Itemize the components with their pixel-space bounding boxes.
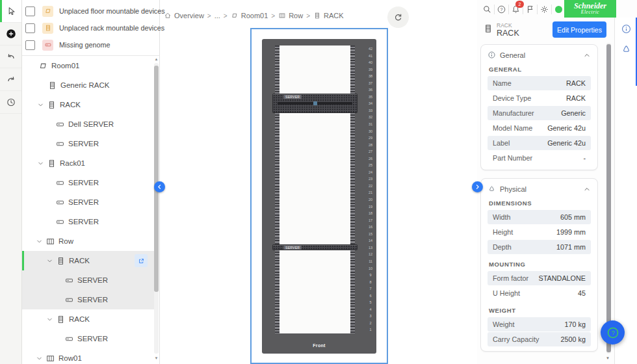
- breadcrumb-item-rack[interactable]: RACK: [313, 12, 344, 20]
- tree-item-room01[interactable]: Room01: [21, 56, 154, 75]
- tree-item-row01[interactable]: Row01: [21, 348, 154, 364]
- account-status-button[interactable]: [552, 5, 566, 14]
- tree-item-label: SERVER: [68, 218, 99, 226]
- chevron-down-icon[interactable]: [37, 101, 47, 109]
- scroll-down-icon[interactable]: ▼: [606, 356, 610, 360]
- u-number: 34: [367, 100, 374, 107]
- scrollbar-thumb[interactable]: [606, 44, 611, 352]
- tree-item-server[interactable]: SERVER: [21, 329, 154, 348]
- property-row-name: NameRACK: [488, 76, 591, 90]
- scroll-down-icon[interactable]: ▼: [154, 356, 159, 361]
- info-panel-tab-button[interactable]: [621, 23, 632, 35]
- u-number: 19: [367, 203, 374, 211]
- add-tool-button[interactable]: [0, 23, 21, 46]
- property-value: -: [583, 154, 586, 162]
- tree-item-server[interactable]: SERVER: [21, 212, 154, 231]
- scroll-up-icon[interactable]: ▲: [154, 57, 159, 62]
- search-button[interactable]: [480, 5, 495, 14]
- alarms-tab-button[interactable]: [621, 44, 632, 55]
- tree-item-rack[interactable]: RACK: [21, 251, 154, 270]
- chevron-down-icon[interactable]: [46, 316, 56, 323]
- property-label: U Height: [493, 289, 520, 297]
- tree-item-server[interactable]: SERVER: [21, 270, 154, 290]
- tree-scrollbar[interactable]: ▲ ▼: [154, 57, 159, 363]
- section-header[interactable]: General: [488, 51, 591, 59]
- breadcrumb-item-room01[interactable]: Room01: [231, 12, 268, 20]
- chevron-up-icon[interactable]: [583, 51, 591, 59]
- tree-item-rack01[interactable]: Rack01: [21, 153, 154, 173]
- property-label: Weight: [493, 320, 514, 328]
- breadcrumb-item-[interactable]: ...: [214, 12, 220, 20]
- tree-item-row[interactable]: Row: [21, 231, 154, 251]
- help-button[interactable]: ?: [495, 5, 509, 14]
- tree-item-label: SERVER: [68, 140, 99, 148]
- tree-item-label: SERVER: [77, 276, 108, 284]
- section-header[interactable]: Physical: [488, 185, 591, 193]
- schneider-logo: Schneider Electric: [564, 0, 616, 18]
- tree-item-server[interactable]: SERVER: [21, 134, 154, 153]
- rotate-view-button[interactable]: [387, 6, 409, 28]
- property-row-carry-capacity: Carry Capacity2500 kg: [488, 332, 591, 346]
- chevron-down-icon[interactable]: [46, 257, 56, 265]
- tree-item-server[interactable]: SERVER: [21, 173, 154, 192]
- room-icon: [42, 6, 53, 17]
- scrollbar-thumb[interactable]: [154, 66, 159, 292]
- breadcrumb-item-row[interactable]: Row: [278, 12, 303, 20]
- checkbox[interactable]: [25, 23, 35, 33]
- select-tool-button[interactable]: [0, 0, 21, 23]
- undo-tool-button[interactable]: [0, 46, 21, 68]
- rack-front-label: Front: [262, 343, 376, 348]
- open-in-new-button[interactable]: [135, 254, 148, 267]
- flag-icon: [525, 5, 535, 14]
- checkbox[interactable]: [25, 6, 35, 16]
- history-tool-button[interactable]: [0, 91, 21, 114]
- tree-item-dell-server[interactable]: Dell SERVER: [21, 114, 154, 134]
- rack-selection-outline[interactable]: SERVERSERVER 424140393837363534333231302…: [250, 28, 388, 364]
- room-icon: [38, 61, 51, 71]
- notifications-button[interactable]: 2: [509, 5, 523, 14]
- chevron-up-icon[interactable]: [583, 185, 591, 193]
- property-row-depth: Depth1071 mm: [488, 240, 591, 254]
- rack-device-server[interactable]: SERVER: [272, 244, 358, 251]
- rack-icon: [483, 23, 493, 34]
- row-icon: [278, 12, 286, 20]
- expand-right-panel-button[interactable]: [472, 181, 483, 192]
- property-value: 1999 mm: [556, 228, 586, 236]
- tree-item-rack[interactable]: RACK: [21, 309, 154, 329]
- tree-item-server[interactable]: SERVER: [21, 192, 154, 212]
- chevron-down-icon[interactable]: [36, 238, 46, 245]
- properties-scrollbar[interactable]: [606, 43, 611, 354]
- breadcrumb-label: Room01: [241, 12, 268, 20]
- breadcrumb-item-overview[interactable]: Overview: [164, 12, 204, 20]
- property-label: Height: [493, 228, 513, 236]
- rack-device-server[interactable]: SERVER: [272, 94, 358, 114]
- property-row-weight: Weight170 kg: [488, 317, 591, 332]
- tree-item-label: RACK: [69, 315, 90, 323]
- tree-item-label: Rack01: [60, 159, 85, 167]
- settings-button[interactable]: [538, 5, 552, 14]
- edit-properties-button[interactable]: Edit Properties: [552, 21, 606, 38]
- feedback-button[interactable]: [523, 5, 538, 14]
- collapse-left-panel-button[interactable]: [154, 181, 165, 192]
- checkbox[interactable]: [25, 40, 35, 50]
- help-fab-button[interactable]: ?: [601, 320, 625, 344]
- tree-item-rack[interactable]: RACK: [21, 95, 154, 114]
- physical-icon: [488, 185, 496, 193]
- property-label: Carry Capacity: [493, 335, 539, 343]
- server-icon: [55, 217, 68, 227]
- tree-item-server[interactable]: SERVER: [21, 290, 154, 309]
- group-heading: MOUNTING: [489, 261, 590, 268]
- device-tree: Room01Generic RACKRACKDell SERVERSERVERR…: [21, 56, 154, 364]
- rack-elevation[interactable]: SERVERSERVER 424140393837363534333231302…: [262, 39, 376, 354]
- u-number: 6: [367, 292, 374, 300]
- tree-item-generic-rack[interactable]: Generic RACK: [21, 75, 154, 95]
- search-icon: [482, 5, 492, 14]
- tree-item-label: Generic RACK: [60, 81, 109, 89]
- chevron-down-icon[interactable]: [37, 160, 47, 167]
- server-icon: [55, 178, 68, 188]
- floor-canvas[interactable]: Overview>...>Room01>Row>RACK SERVERSERVE…: [159, 0, 477, 364]
- property-row-model-name: Model NameGeneric 42u: [488, 121, 591, 135]
- u-number: 3: [367, 313, 374, 320]
- redo-tool-button[interactable]: [0, 68, 21, 91]
- chevron-down-icon[interactable]: [36, 355, 46, 362]
